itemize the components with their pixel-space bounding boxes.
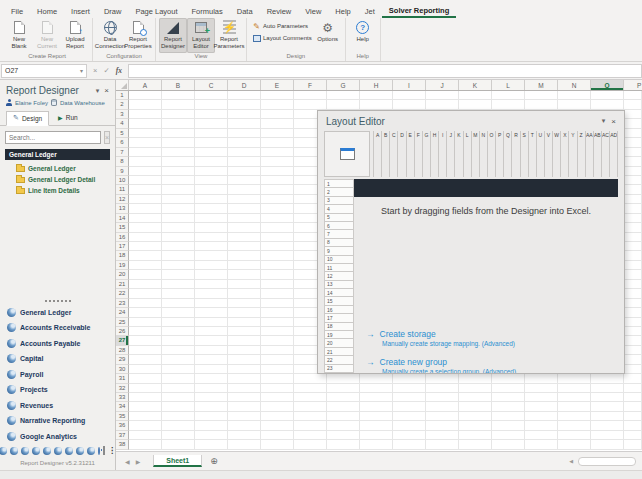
column-header-g[interactable]: G — [327, 80, 360, 90]
sidebar-module-narrative-reporting[interactable]: Narrative Reporting — [0, 413, 115, 429]
cell[interactable] — [426, 91, 459, 100]
cell[interactable] — [129, 233, 162, 242]
cell[interactable] — [360, 91, 393, 100]
cell[interactable] — [228, 204, 261, 213]
cell[interactable] — [129, 318, 162, 327]
cell[interactable] — [261, 308, 294, 317]
cell[interactable] — [492, 440, 525, 449]
cell[interactable] — [228, 440, 261, 449]
cell[interactable] — [426, 384, 459, 393]
cell[interactable] — [261, 223, 294, 232]
layout-column-header-m[interactable]: M — [472, 131, 480, 177]
row-header-13[interactable]: 13 — [116, 204, 129, 213]
row-header-1[interactable]: 1 — [116, 91, 129, 100]
cell[interactable] — [129, 204, 162, 213]
layout-column-header-y[interactable]: Y — [569, 131, 577, 177]
cell[interactable] — [492, 412, 525, 421]
row-header-37[interactable]: 37 — [116, 431, 129, 440]
report-icon[interactable] — [103, 446, 105, 455]
cell[interactable] — [558, 374, 591, 383]
row-header-36[interactable]: 36 — [116, 421, 129, 430]
cell[interactable] — [360, 440, 393, 449]
cell[interactable] — [228, 100, 261, 109]
cell[interactable] — [459, 374, 492, 383]
cell[interactable] — [624, 185, 642, 194]
cell[interactable] — [162, 242, 195, 251]
cell[interactable] — [294, 402, 327, 411]
tree-item-general-ledger[interactable]: General Ledger — [16, 163, 115, 174]
cell[interactable] — [162, 308, 195, 317]
cell[interactable] — [228, 91, 261, 100]
layout-row-header-22[interactable]: 22 — [324, 356, 354, 364]
cell[interactable] — [261, 440, 294, 449]
cell[interactable] — [195, 365, 228, 374]
cell[interactable] — [228, 110, 261, 119]
cell[interactable] — [162, 355, 195, 364]
row-header-16[interactable]: 16 — [116, 233, 129, 242]
row-header-34[interactable]: 34 — [116, 402, 129, 411]
layout-column-header-j[interactable]: J — [447, 131, 455, 177]
cell[interactable] — [195, 299, 228, 308]
cell[interactable] — [162, 233, 195, 242]
cell[interactable] — [162, 365, 195, 374]
cell[interactable] — [195, 148, 228, 157]
layout-column-header-b[interactable]: B — [382, 131, 390, 177]
cell[interactable] — [261, 91, 294, 100]
row-header-35[interactable]: 35 — [116, 412, 129, 421]
row-header-11[interactable]: 11 — [116, 185, 129, 194]
cell[interactable] — [195, 204, 228, 213]
cell[interactable] — [195, 251, 228, 260]
cell[interactable] — [129, 374, 162, 383]
cell[interactable] — [195, 289, 228, 298]
cell[interactable] — [624, 100, 642, 109]
cell[interactable] — [261, 185, 294, 194]
cell[interactable] — [162, 346, 195, 355]
cell[interactable] — [261, 402, 294, 411]
tree-header[interactable]: General Ledger — [5, 149, 110, 160]
cell[interactable] — [624, 167, 642, 176]
cell[interactable] — [624, 251, 642, 260]
cell[interactable] — [624, 289, 642, 298]
cell[interactable] — [624, 176, 642, 185]
cell[interactable] — [162, 214, 195, 223]
ribbon-button-layout-editor[interactable]: +Layout Editor — [187, 18, 215, 53]
select-all-button[interactable] — [324, 131, 370, 177]
cell[interactable] — [261, 280, 294, 289]
cell[interactable] — [129, 270, 162, 279]
column-header-h[interactable]: H — [360, 80, 393, 90]
cell[interactable] — [162, 176, 195, 185]
cell[interactable] — [195, 138, 228, 147]
ribbon-button-data-connection[interactable]: Data Connection — [96, 18, 124, 53]
layout-column-header-l[interactable]: L — [464, 131, 472, 177]
cell[interactable] — [162, 251, 195, 260]
cell[interactable] — [294, 100, 327, 109]
cell[interactable] — [393, 440, 426, 449]
cell[interactable] — [393, 384, 426, 393]
cell[interactable] — [624, 393, 642, 402]
cell[interactable] — [624, 242, 642, 251]
module-shortcut-icon[interactable] — [10, 447, 18, 455]
cell[interactable] — [327, 421, 360, 430]
name-box-caret-icon[interactable]: ▾ — [80, 67, 83, 74]
sidebar-module-accounts-receivable[interactable]: Accounts Receivable — [0, 320, 115, 336]
ribbon-button-options[interactable]: ⚙Options — [314, 18, 342, 53]
row-header-2[interactable]: 2 — [116, 100, 129, 109]
cell[interactable] — [129, 195, 162, 204]
cell[interactable] — [624, 336, 642, 345]
cell[interactable] — [195, 119, 228, 128]
cell[interactable] — [195, 384, 228, 393]
cell[interactable] — [195, 100, 228, 109]
cell[interactable] — [228, 270, 261, 279]
cell[interactable] — [129, 223, 162, 232]
ribbon-tab-page-layout[interactable]: Page Layout — [128, 4, 184, 18]
layout-row-header-19[interactable]: 19 — [324, 331, 354, 339]
cell[interactable] — [261, 204, 294, 213]
cell[interactable] — [492, 421, 525, 430]
cell[interactable] — [393, 393, 426, 402]
cell[interactable] — [591, 412, 624, 421]
horizontal-scrollbar[interactable]: ◀ — [566, 457, 636, 466]
cell[interactable] — [195, 402, 228, 411]
cell[interactable] — [162, 148, 195, 157]
ribbon-tab-solver-reporting[interactable]: Solver Reporting — [382, 3, 456, 18]
cell[interactable] — [327, 100, 360, 109]
